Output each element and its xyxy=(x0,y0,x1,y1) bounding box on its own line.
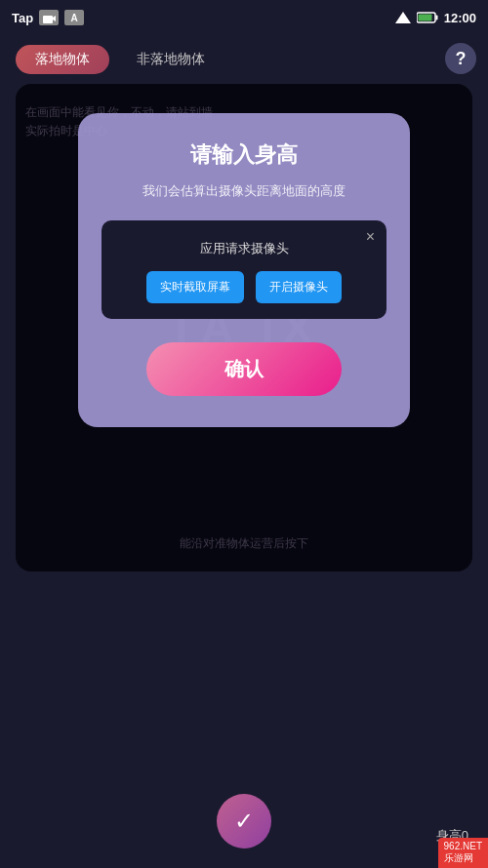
camera-request-text: 应用请求摄像头 xyxy=(121,240,367,257)
svg-marker-2 xyxy=(395,12,411,23)
battery-icon xyxy=(417,12,438,23)
time-display: 12:00 xyxy=(444,11,476,25)
inner-dialog: × 应用请求摄像头 实时截取屏幕 开启摄像头 xyxy=(102,220,386,319)
svg-rect-4 xyxy=(435,16,437,20)
bottom-area: ✓ 身高0 xyxy=(0,761,488,868)
confirm-button[interactable]: 确认 xyxy=(146,342,342,396)
modal-card: 请输入身高 我们会估算出摄像头距离地面的高度 × 应用请求摄像头 实时截取屏幕 … xyxy=(78,113,410,427)
check-button[interactable]: ✓ xyxy=(217,794,271,848)
tab-bar: 落地物体 非落地物体 xyxy=(0,35,488,84)
svg-rect-0 xyxy=(43,16,53,23)
status-right: 12:00 xyxy=(395,11,476,25)
svg-marker-1 xyxy=(53,16,56,21)
modal-title: 请输入身高 xyxy=(190,140,298,170)
modal-subtitle: 我们会估算出摄像头距离地面的高度 xyxy=(142,181,346,201)
close-icon[interactable]: × xyxy=(366,228,375,246)
bottom-center: ✓ xyxy=(217,794,271,848)
svg-rect-5 xyxy=(418,15,431,21)
main-content: 落地物体 非落地物体 在画面中能看见你，不动，请站到墙 实际拍时是中心 TA i… xyxy=(0,35,488,868)
tab-non-landed-object[interactable]: 非落地物体 xyxy=(117,45,224,74)
screen-capture-button[interactable]: 实时截取屏幕 xyxy=(146,271,244,303)
signal-icon xyxy=(395,12,411,23)
camera-buttons: 实时截取屏幕 开启摄像头 xyxy=(121,271,367,303)
status-bar: Tap A 12:00 xyxy=(0,0,488,35)
camera-area: 在画面中能看见你，不动，请站到墙 实际拍时是中心 TA iX 能沿对准物体运营后… xyxy=(16,84,472,572)
help-button[interactable]: ? xyxy=(445,43,476,74)
status-left: Tap A xyxy=(12,10,84,25)
tab-landed-object[interactable]: 落地物体 xyxy=(16,45,109,74)
icon-text-status: A xyxy=(64,10,84,25)
app-name-tap: Tap xyxy=(12,11,33,25)
watermark: 962.NET 乐游网 xyxy=(438,838,488,868)
icon-camera-status xyxy=(39,10,59,25)
open-camera-button[interactable]: 开启摄像头 xyxy=(256,271,342,303)
modal-overlay: 请输入身高 我们会估算出摄像头距离地面的高度 × 应用请求摄像头 实时截取屏幕 … xyxy=(16,84,472,572)
